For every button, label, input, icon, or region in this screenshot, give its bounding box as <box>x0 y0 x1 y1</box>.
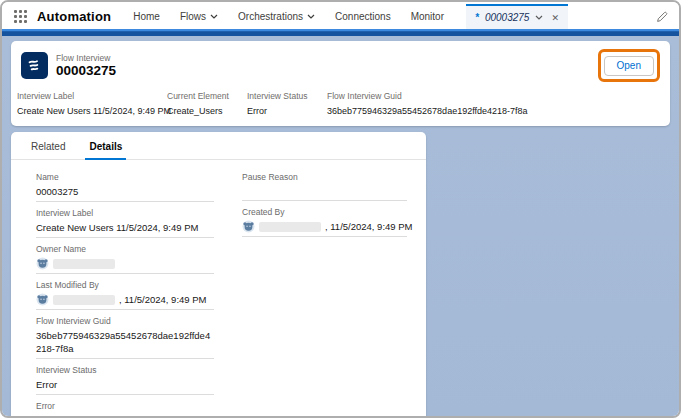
highlight-field-flow-interview-guid: Flow Interview Guid 36beb775946329a55452… <box>327 91 660 118</box>
field-label: Interview Label <box>36 208 214 219</box>
highlight-field-current-element: Current Element Create_Users <box>167 91 247 118</box>
nav-item-label: Home <box>133 11 160 22</box>
field-flow-interview-guid: Flow Interview Guid 36beb775946329a55452… <box>36 316 214 359</box>
temp-tab-label: 00003275 <box>485 12 530 23</box>
field-label: Interview Label <box>17 91 167 102</box>
global-navigation-bar: Automation Home Flows Orchestrations Con… <box>2 2 679 29</box>
app-name: Automation <box>37 9 111 24</box>
redacted-user-name <box>53 295 115 305</box>
chevron-down-icon <box>307 14 315 19</box>
nav-item-orchestrations[interactable]: Orchestrations <box>238 11 315 22</box>
field-value: Create_Users <box>167 105 247 118</box>
record-header: Flow Interview 00003275 Open <box>11 41 670 89</box>
screenshot-frame: Automation Home Flows Orchestrations Con… <box>0 0 681 418</box>
field-label: Flow Interview Guid <box>36 316 214 327</box>
chevron-down-icon <box>210 14 218 19</box>
field-interview-status: Interview Status Error <box>36 365 214 395</box>
chevron-down-icon[interactable] <box>535 15 543 20</box>
field-value: 00003275 <box>36 185 214 198</box>
page-title: 00003275 <box>56 63 116 78</box>
nav-item-connections[interactable]: Connections <box>335 11 391 22</box>
field-label: Owner Name <box>36 244 214 255</box>
highlight-field-interview-label: Interview Label Create New Users 11/5/20… <box>17 91 167 118</box>
nav-item-home[interactable]: Home <box>133 11 160 22</box>
field-created-by: Created By , 11/5/2024, 9: <box>242 207 407 237</box>
record-tabs: Related Details <box>11 132 426 160</box>
field-label: Last Modified By <box>36 280 214 291</box>
field-value: Create New Users 11/5/2024, 9:49 PM <box>17 105 167 118</box>
annotation-highlight-box: Open <box>598 49 660 82</box>
nav-item-label: Connections <box>335 11 391 22</box>
field-value: , 11/5/2024, 9:49 PM <box>325 220 413 233</box>
field-owner-name: Owner Name <box>36 244 214 274</box>
details-left-column: Name 00003275 Interview Label Create New… <box>36 172 214 416</box>
field-value: This error occurred when the flow tried … <box>36 414 214 416</box>
highlights-panel: Flow Interview 00003275 Open Interview L… <box>11 41 670 126</box>
field-label: Error <box>36 401 214 412</box>
field-value: , 11/5/2024, 9:49 PM <box>119 293 207 306</box>
field-value <box>242 185 407 197</box>
field-label: Interview Status <box>247 91 327 102</box>
details-fields: Name 00003275 Interview Label Create New… <box>11 160 426 416</box>
field-label: Pause Reason <box>242 172 407 183</box>
open-button[interactable]: Open <box>604 56 654 76</box>
field-pause-reason: Pause Reason <box>242 172 407 201</box>
temp-tab-00003275[interactable]: * 00003275 ✕ <box>466 4 568 29</box>
entity-label: Flow Interview <box>56 53 116 63</box>
tab-details[interactable]: Details <box>77 132 134 159</box>
field-label: Created By <box>242 207 407 218</box>
details-right-column: Pause Reason Created By <box>242 172 407 416</box>
page-background: Flow Interview 00003275 Open Interview L… <box>2 36 679 416</box>
field-label: Name <box>36 172 214 183</box>
highlights-fields-row: Interview Label Create New Users 11/5/20… <box>11 89 670 118</box>
flow-interview-icon <box>21 52 48 79</box>
user-avatar-icon <box>36 293 49 306</box>
field-value: Error <box>36 378 214 391</box>
nav-item-label: Monitor <box>411 11 444 22</box>
field-error: Error This error occurred when the flow … <box>36 401 214 416</box>
app-launcher-icon[interactable] <box>14 10 27 23</box>
nav-item-label: Flows <box>180 11 206 22</box>
field-value: 36beb775946329a55452678dae192ffde4218-7f… <box>327 105 660 118</box>
redacted-user-name <box>259 222 321 232</box>
user-avatar-icon <box>242 220 255 233</box>
close-icon[interactable]: ✕ <box>551 13 559 23</box>
field-value: 36beb775946329a55452678dae192ffde4218-7f… <box>36 329 214 355</box>
field-name: Name 00003275 <box>36 172 214 202</box>
field-label: Current Element <box>167 91 247 102</box>
field-label: Flow Interview Guid <box>327 91 660 102</box>
redacted-user-name <box>53 259 115 269</box>
highlight-field-interview-status: Interview Status Error <box>247 91 327 118</box>
edit-page-pencil-icon[interactable] <box>655 10 669 24</box>
nav-item-monitor[interactable]: Monitor <box>411 11 444 22</box>
nav-item-flows[interactable]: Flows <box>180 11 218 22</box>
field-last-modified-by: Last Modified By , 11/5/20 <box>36 280 214 310</box>
nav-item-label: Orchestrations <box>238 11 303 22</box>
unsaved-indicator: * <box>475 12 479 23</box>
record-detail-card: Related Details Name 00003275 Interview … <box>11 132 426 416</box>
field-value: Error <box>247 105 327 118</box>
tab-related[interactable]: Related <box>19 132 77 159</box>
brand-strip <box>2 29 679 36</box>
field-label: Interview Status <box>36 365 214 376</box>
user-avatar-icon <box>36 257 49 270</box>
field-interview-label: Interview Label Create New Users 11/5/20… <box>36 208 214 238</box>
field-value: Create New Users 11/5/2024, 9:49 PM <box>36 221 214 234</box>
